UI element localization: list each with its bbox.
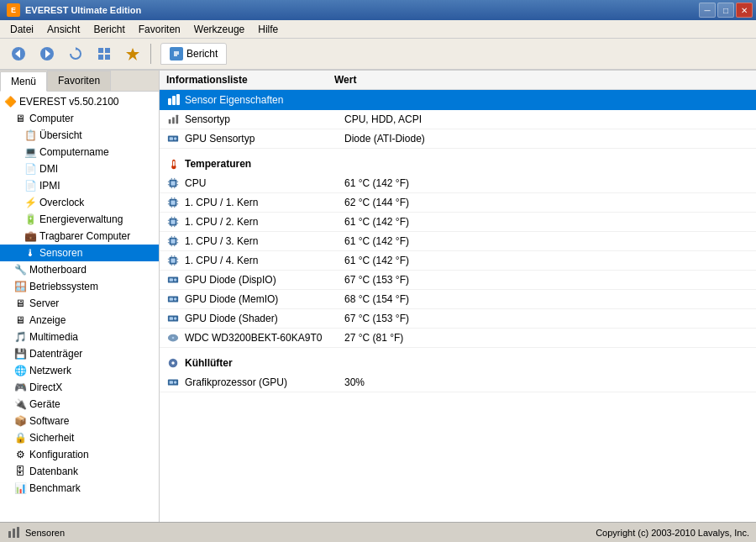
- close-button[interactable]: ✕: [736, 3, 753, 18]
- data-row[interactable]: 1. CPU / 3. Kern 61 °C (142 °F): [160, 232, 756, 251]
- sidebar-item-anzeige[interactable]: 🖥Anzeige: [0, 312, 159, 329]
- row-value: 61 °C (142 °F): [344, 235, 749, 247]
- sidebar-item-everest[interactable]: 🔶EVEREST v5.50.2100: [0, 93, 159, 110]
- sidebar-item-dmi[interactable]: 📄DMI: [0, 160, 159, 177]
- section-header-temperaturen: Temperaturen: [160, 152, 756, 174]
- data-row[interactable]: GPU Diode (DispIO) 67 °C (153 °F): [160, 271, 756, 290]
- sidebar-item-datentrager[interactable]: 💾Datenträger: [0, 345, 159, 362]
- sidebar-item-konfiguration[interactable]: ⚙Konfiguration: [0, 446, 159, 463]
- sidebar-item-motherboard[interactable]: 🔧Motherboard: [0, 261, 159, 278]
- content-header: Informationsliste Wert: [160, 71, 756, 90]
- menu-hilfe[interactable]: Hilfe: [251, 22, 285, 37]
- sidebar-item-overclock[interactable]: ⚡Overclock: [0, 194, 159, 211]
- gpu-icon: [167, 376, 179, 388]
- row-value: 61 °C (142 °F): [344, 216, 749, 228]
- menu-datei[interactable]: Datei: [3, 22, 40, 37]
- tree-icon-ubersicht: 📋: [24, 129, 37, 142]
- gpu-icon: [167, 313, 179, 324]
- tree-icon-overclock: ⚡: [24, 196, 37, 209]
- bericht-tab[interactable]: Bericht: [160, 43, 227, 65]
- forward-button[interactable]: [34, 41, 60, 66]
- sidebar-item-sicherheit[interactable]: 🔒Sicherheit: [0, 429, 159, 446]
- svg-point-92: [174, 381, 177, 384]
- sensor-eigenschaften-icon: [166, 93, 180, 107]
- tree-label-software: Software: [29, 415, 69, 427]
- sidebar-item-multimedia[interactable]: 🎵Multimedia: [0, 329, 159, 345]
- status-copyright: Copyright (c) 2003-2010 Lavalys, Inc.: [596, 528, 749, 538]
- tree-label-computer: Computer: [29, 113, 74, 124]
- refresh-button[interactable]: [62, 41, 89, 66]
- data-row[interactable]: 1. CPU / 2. Kern 61 °C (142 °F): [160, 213, 756, 232]
- sidebar-item-benchmark[interactable]: 📊Benchmark: [0, 480, 159, 497]
- data-row[interactable]: WDC WD3200BEKT-60KA9T0 27 °C (81 °F): [160, 329, 756, 348]
- sidebar-item-ubersicht[interactable]: 📋Übersicht: [0, 127, 159, 144]
- data-row[interactable]: 1. CPU / 1. Kern 62 °C (144 °F): [160, 193, 756, 213]
- sidebar-item-server[interactable]: 🖥Server: [0, 295, 159, 312]
- row-value: 67 °C (153 °F): [344, 274, 749, 286]
- menu-bericht[interactable]: Bericht: [87, 22, 131, 37]
- tree-label-directx: DirectX: [29, 382, 62, 393]
- menu-werkzeuge[interactable]: Werkzeuge: [187, 22, 251, 37]
- sidebar-item-gerate[interactable]: 🔌Geräte: [0, 396, 159, 413]
- data-row[interactable]: GPU Diode (Shader) 67 °C (153 °F): [160, 309, 756, 329]
- sidebar-tab-favoriten[interactable]: Favoriten: [47, 71, 111, 91]
- row-value: 61 °C (142 °F): [344, 177, 749, 189]
- svg-rect-6: [105, 48, 110, 53]
- row-value: 62 °C (144 °F): [344, 197, 749, 208]
- row-icon: [166, 312, 180, 325]
- sensor-eigenschaften-row[interactable]: Sensor Eigenschaften: [160, 90, 756, 110]
- data-row[interactable]: GPU Diode (MemIO) 68 °C (154 °F): [160, 290, 756, 309]
- maximize-button[interactable]: □: [717, 3, 734, 18]
- sidebar-item-software[interactable]: 📦Software: [0, 413, 159, 429]
- data-row[interactable]: Grafikprozessor (GPU) 30%: [160, 373, 756, 392]
- tree-label-server: Server: [29, 297, 59, 309]
- svg-rect-21: [170, 137, 173, 140]
- sidebar-item-betriebssystem[interactable]: 🪟Betriebssystem: [0, 278, 159, 295]
- tree-icon-konfiguration: ⚙: [13, 448, 27, 461]
- sidebar-item-sensoren[interactable]: 🌡Sensoren: [0, 245, 159, 261]
- tree-icon-computername: 💻: [24, 145, 37, 159]
- data-row[interactable]: GPU Sensortyp Diode (ATI-Diode): [160, 129, 756, 149]
- sidebar-item-datenbank[interactable]: 🗄Datenbank: [0, 463, 159, 480]
- svg-rect-93: [8, 531, 11, 538]
- tree: 🔶EVEREST v5.50.2100🖥Computer📋Übersicht💻C…: [0, 92, 159, 498]
- data-row[interactable]: Sensortyp CPU, HDD, ACPI: [160, 110, 756, 129]
- svg-rect-57: [171, 239, 175, 243]
- tree-icon-gerate: 🔌: [13, 397, 27, 411]
- section-icon: [166, 157, 180, 171]
- sidebar-item-netzwerk[interactable]: 🌐Netzwerk: [0, 362, 159, 379]
- tree-label-overclock: Overclock: [39, 197, 84, 208]
- svg-marker-9: [126, 48, 139, 61]
- svg-rect-17: [169, 119, 171, 124]
- row-label: WDC WD3200BEKT-60KA9T0: [185, 332, 344, 344]
- tree-icon-everest: 🔶: [3, 95, 17, 108]
- tree-label-tragbar: Tragbarer Computer: [39, 230, 130, 242]
- bericht-tab-label: Bericht: [186, 48, 218, 60]
- row-icon: [166, 132, 180, 145]
- minimize-button[interactable]: ─: [699, 3, 716, 18]
- tree-icon-betriebssystem: 🪟: [13, 280, 27, 293]
- sidebar-item-directx[interactable]: 🎮DirectX: [0, 379, 159, 396]
- menu-favoriten[interactable]: Favoriten: [132, 22, 187, 37]
- sidebar-item-tragbar[interactable]: 💼Tragbarer Computer: [0, 228, 159, 245]
- tree-label-computername: Computername: [39, 146, 109, 158]
- star-button[interactable]: [119, 41, 146, 66]
- data-row[interactable]: CPU 61 °C (142 °F): [160, 174, 756, 193]
- sensor-eigenschaften-label: Sensor Eigenschaften: [185, 94, 283, 106]
- sidebar-item-energie[interactable]: 🔋Energieverwaltung: [0, 211, 159, 228]
- row-label: CPU: [185, 177, 344, 189]
- sidebar-item-computername[interactable]: 💻Computername: [0, 144, 159, 160]
- tree-icon-motherboard: 🔧: [13, 263, 27, 276]
- tree-icon-multimedia: 🎵: [13, 330, 27, 344]
- sidebar-item-ipmi[interactable]: 📄IPMI: [0, 177, 159, 194]
- data-row[interactable]: 1. CPU / 4. Kern 61 °C (142 °F): [160, 251, 756, 271]
- sidebar-item-computer[interactable]: 🖥Computer: [0, 110, 159, 127]
- tree-label-konfiguration: Konfiguration: [29, 449, 89, 460]
- svg-rect-16: [176, 94, 180, 105]
- svg-point-81: [174, 297, 177, 301]
- sidebar-tab-menu[interactable]: Menü: [0, 71, 47, 92]
- grid-button[interactable]: [91, 41, 118, 66]
- menu-ansicht[interactable]: Ansicht: [40, 22, 87, 37]
- back-button[interactable]: [5, 41, 32, 66]
- tree-label-ipmi: IPMI: [39, 180, 60, 192]
